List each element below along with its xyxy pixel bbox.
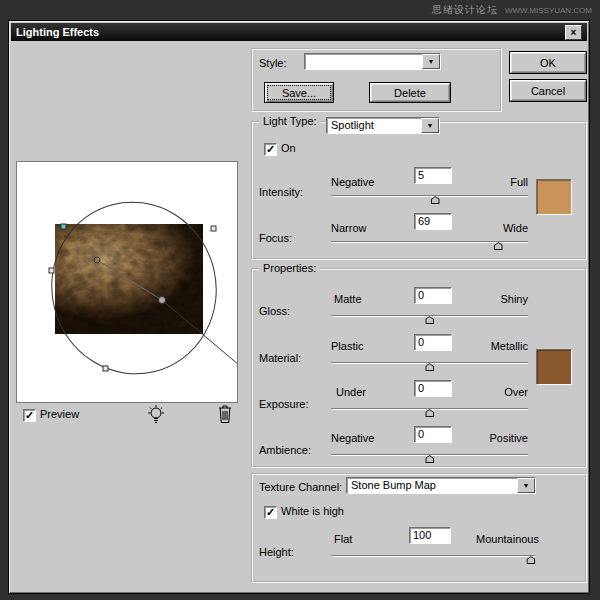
- chevron-down-icon[interactable]: [422, 54, 440, 69]
- focus-slider-thumb[interactable]: [494, 242, 503, 250]
- preview-label: Preview: [40, 408, 79, 420]
- light-type-dropdown[interactable]: Spotlight: [326, 117, 440, 134]
- exposure-input[interactable]: 0: [414, 380, 452, 397]
- intensity-left-label: Negative: [331, 176, 374, 188]
- delete-button[interactable]: Delete: [369, 82, 451, 103]
- white-is-high-label: White is high: [281, 505, 344, 517]
- exposure-slider-thumb[interactable]: [425, 409, 434, 417]
- save-button[interactable]: Save...: [264, 82, 334, 103]
- focus-right-label: Wide: [503, 222, 528, 234]
- preview-checkbox[interactable]: [23, 409, 36, 422]
- white-is-high-checkbox[interactable]: [264, 506, 277, 519]
- focus-left-label: Narrow: [331, 222, 366, 234]
- ellipse-handle-left[interactable]: [49, 268, 54, 273]
- texture-channel-dropdown-value: Stone Bump Map: [347, 478, 517, 493]
- intensity-slider[interactable]: [331, 193, 528, 205]
- exposure-label: Exposure:: [259, 398, 309, 410]
- height-slider-thumb[interactable]: [526, 556, 535, 564]
- preview-area[interactable]: [16, 161, 238, 403]
- delete-button-label: Delete: [394, 87, 426, 99]
- light-color-swatch[interactable]: [536, 179, 572, 215]
- material-slider-thumb[interactable]: [425, 363, 434, 371]
- gloss-slider-thumb[interactable]: [425, 316, 434, 324]
- dialog-title: Lighting Effects: [16, 26, 99, 38]
- lighting-effects-dialog: Lighting Effects Style: Save... Delete O…: [8, 20, 590, 594]
- ellipse-handle-top[interactable]: [61, 224, 66, 229]
- spotlight-widget[interactable]: [17, 162, 237, 402]
- properties-group-label: Properties:: [259, 262, 320, 274]
- texture-channel-label: Texture Channel:: [259, 481, 342, 493]
- height-label: Height:: [259, 546, 294, 558]
- exposure-left-label: Under: [336, 386, 366, 398]
- material-input[interactable]: 0: [414, 334, 452, 351]
- intensity-slider-track: [331, 195, 528, 197]
- gloss-right-label: Shiny: [500, 293, 528, 305]
- ambience-slider-thumb[interactable]: [425, 455, 434, 463]
- light-type-dropdown-value: Spotlight: [327, 118, 421, 133]
- light-direction-handle[interactable]: [159, 297, 166, 304]
- material-slider[interactable]: [331, 360, 528, 372]
- ambience-input[interactable]: 0: [414, 426, 452, 443]
- material-label: Material:: [259, 352, 301, 364]
- trash-icon[interactable]: [217, 404, 233, 424]
- chevron-down-icon[interactable]: [421, 118, 439, 133]
- material-left-label: Plastic: [331, 340, 363, 352]
- exposure-right-label: Over: [504, 386, 528, 398]
- height-slider[interactable]: [331, 553, 535, 565]
- height-left-label: Flat: [334, 533, 352, 545]
- on-label: On: [281, 142, 296, 154]
- intensity-label: Intensity:: [259, 186, 303, 198]
- save-button-label: Save...: [282, 87, 316, 99]
- focus-label: Focus:: [259, 232, 292, 244]
- gloss-slider[interactable]: [331, 313, 528, 325]
- cancel-button[interactable]: Cancel: [509, 79, 587, 102]
- on-checkbox[interactable]: [264, 143, 277, 156]
- gloss-input[interactable]: 0: [414, 287, 452, 304]
- intensity-right-label: Full: [510, 176, 528, 188]
- ambience-slider[interactable]: [331, 452, 528, 464]
- height-input[interactable]: 100: [409, 527, 451, 544]
- chevron-down-icon[interactable]: [517, 478, 535, 493]
- intensity-input[interactable]: 5: [414, 167, 452, 184]
- material-color-swatch[interactable]: [536, 349, 572, 385]
- style-label: Style:: [259, 57, 287, 69]
- light-type-group-label: Light Type:: [259, 115, 321, 127]
- style-dropdown[interactable]: [304, 53, 441, 70]
- style-dropdown-value: [305, 54, 422, 69]
- close-icon[interactable]: [565, 25, 582, 40]
- titlebar[interactable]: Lighting Effects: [11, 23, 587, 41]
- gloss-left-label: Matte: [334, 293, 362, 305]
- ambience-left-label: Negative: [331, 432, 374, 444]
- ok-button-label: OK: [540, 57, 556, 69]
- ellipse-handle-right[interactable]: [211, 226, 216, 231]
- exposure-slider[interactable]: [331, 406, 528, 418]
- watermark: 思绪设计论坛 WWW.MISSYUAN.COM: [432, 3, 592, 17]
- texture-channel-dropdown[interactable]: Stone Bump Map: [346, 477, 536, 494]
- ambience-right-label: Positive: [489, 432, 528, 444]
- cancel-button-label: Cancel: [531, 85, 565, 97]
- light-bulb-icon[interactable]: [147, 404, 165, 425]
- focus-input[interactable]: 69: [414, 213, 452, 230]
- watermark-url-text: WWW.MISSYUAN.COM: [505, 6, 592, 15]
- height-slider-track: [331, 555, 535, 557]
- focus-slider[interactable]: [331, 239, 528, 251]
- intensity-slider-thumb[interactable]: [431, 196, 440, 204]
- watermark-site-text: 思绪设计论坛: [432, 4, 498, 15]
- ok-button[interactable]: OK: [509, 51, 587, 74]
- ambience-label: Ambience:: [259, 444, 311, 456]
- ellipse-handle-bottom[interactable]: [103, 366, 108, 371]
- material-right-label: Metallic: [491, 340, 528, 352]
- gloss-label: Gloss:: [259, 305, 290, 317]
- height-right-label: Mountainous: [476, 533, 539, 545]
